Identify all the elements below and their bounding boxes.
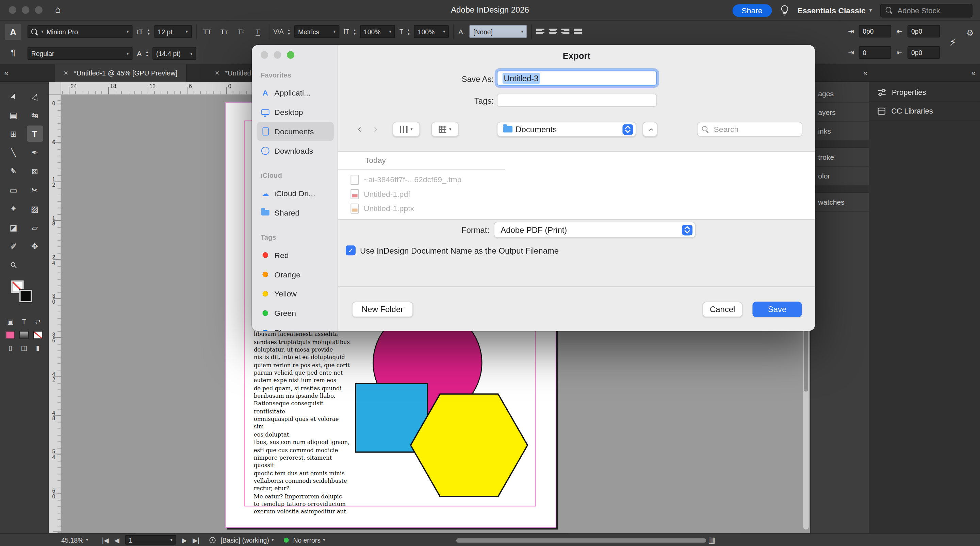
horizontal-scale-stepper[interactable]: ▴▾ [408,28,410,35]
formatting-affects-container-button[interactable]: ▣ [5,316,16,326]
line-tool[interactable]: ╲ [5,144,22,160]
gear-icon[interactable]: ⚙ [966,28,974,38]
collapse-left-dock-icon[interactable]: « [5,69,8,78]
align-center-button[interactable] [549,28,557,35]
pencil-tool[interactable]: ✎ [5,163,22,179]
preflight-profile-combo[interactable]: [Basic] (working) ▾ [221,536,274,544]
cancel-button[interactable]: Cancel [702,302,743,317]
ruler-origin-corner[interactable] [49,82,61,95]
gpu-performance-icon[interactable]: ⚡ [950,37,956,48]
font-size-stepper[interactable]: ▴▾ [148,28,150,35]
document-tab-active[interactable]: × *Untitled-1 @ 45% [GPU Preview] [55,64,187,82]
lightbulb-icon[interactable] [780,5,789,16]
sidebar-tag-red[interactable]: Red [257,246,334,265]
free-transform-tool[interactable]: ⌖ [5,201,22,217]
share-button[interactable]: Share [732,4,772,17]
sidebar-item-desktop[interactable]: Desktop [257,102,334,122]
format-dropdown[interactable]: Adobe PDF (Print) [494,222,695,238]
gradient-feather-tool[interactable]: ◪ [5,219,22,236]
apply-none-button[interactable] [32,330,43,340]
adobe-stock-search[interactable] [880,3,972,17]
selection-tool[interactable]: ➤ [5,88,22,105]
formatting-affects-text-button[interactable]: T [18,316,30,326]
leading-stepper[interactable]: ▴▾ [146,50,148,57]
properties-panel-tab[interactable]: Properties [869,83,980,102]
stroke-swatch[interactable] [19,290,32,302]
sidebar-tag-orange[interactable]: Orange [257,265,334,284]
character-style-combo[interactable]: [None] ▾ [469,25,527,38]
preflight-icon[interactable] [209,537,215,543]
file-row[interactable]: Untitled-1.pdf [338,187,410,201]
eyedropper-tool[interactable]: ✐ [5,238,22,254]
last-page-button[interactable]: ▶| [192,536,199,544]
dialog-window-controls[interactable] [261,51,334,59]
rectangle-frame-tool[interactable]: ⊠ [27,163,43,179]
stock-search-input[interactable] [896,5,967,15]
tags-input[interactable] [502,94,652,106]
back-button[interactable]: ‹ [352,122,367,136]
sidebar-tag-blue[interactable]: Blue [257,323,334,331]
type-tool[interactable]: T [27,125,43,142]
spread-view-icon[interactable]: ▥ [708,535,715,544]
preview-mode-button[interactable]: ◫ [18,343,30,352]
save-button[interactable]: Save [752,302,802,317]
vertical-scale-stepper[interactable]: ▴▾ [353,28,356,35]
file-row[interactable]: Untitled-1.pptx [338,201,414,215]
use-document-name-checkbox[interactable]: ✓ [346,246,356,256]
file-row[interactable]: ~ai-3846ff7f-...62dcf69_.tmp [338,172,462,187]
indent-field[interactable]: 0 [859,46,891,59]
sidebar-tag-yellow[interactable]: Yellow [257,284,334,303]
dialog-search-field[interactable] [697,122,802,136]
column-view-button[interactable]: ▾ [392,122,420,136]
sidebar-item-applications[interactable]: A Applicati... [257,83,334,102]
content-collector-tool[interactable]: ⊞ [5,125,22,142]
note-tool[interactable]: ▱ [27,219,43,236]
scissors-tool[interactable]: ✂ [27,181,43,198]
panel-tab-color[interactable]: olor [811,167,869,185]
forward-button[interactable]: › [368,122,383,136]
indent-field[interactable]: 0p0 [859,25,891,37]
character-formatting-icon[interactable]: A [5,24,21,40]
direct-selection-tool[interactable]: ▷ [27,88,43,105]
zoom-tool[interactable]: ⚲ [5,257,22,273]
leading-combo[interactable]: (14.4 pt) ▾ [153,47,196,60]
sidebar-item-documents[interactable]: Documents [257,122,334,141]
dialog-search-input[interactable] [713,124,798,134]
page-tool[interactable]: ▤ [5,107,22,123]
first-page-button[interactable]: |◀ [102,536,109,544]
normal-view-mode-button[interactable]: ▯ [5,343,16,352]
screen-mode-button[interactable]: ▮ [32,343,43,352]
sidebar-tag-green[interactable]: Green [257,303,334,323]
panel-tab-stroke[interactable]: troke [811,148,869,167]
page-number-combo[interactable]: 1 ▾ [125,535,176,544]
underline-button[interactable]: T [251,25,264,38]
cc-libraries-panel-tab[interactable]: CC Libraries [869,102,980,121]
vertical-ruler[interactable]: 0 6 1 2 1 8 2 4 3 0 3 6 4 2 4 8 5 4 6 0 [49,95,61,533]
justify-button[interactable] [574,28,582,35]
zoom-dialog-button[interactable] [287,51,294,59]
panel-tab-links[interactable]: inks [811,122,869,140]
panel-tab-pages[interactable]: ages [811,84,869,103]
close-tab-icon[interactable]: × [64,69,68,78]
location-dropdown[interactable]: Documents [497,122,636,136]
kerning-stepper[interactable]: ▴▾ [288,28,290,35]
align-right-button[interactable] [562,28,570,35]
all-caps-button[interactable]: TT [201,25,214,38]
file-browser[interactable]: Today ~ai-3846ff7f-...62dcf69_.tmp Untit… [338,151,815,220]
horizontal-scale-combo[interactable]: 100% ▾ [414,25,449,38]
rectangle-tool[interactable]: ▭ [5,181,22,198]
sidebar-item-downloads[interactable]: ↓ Downloads [257,141,334,160]
preflight-status-combo[interactable]: No errors ▾ [293,536,325,544]
font-style-combo[interactable]: Regular ▾ [27,47,133,60]
up-directory-button[interactable]: › [643,122,657,136]
zoom-level-combo[interactable]: 45.18% ▾ [61,536,88,544]
apply-color-button[interactable] [5,330,16,340]
collapse-panels-icon[interactable]: « [863,69,867,78]
apply-gradient-button[interactable] [18,330,30,340]
close-tab-icon[interactable]: × [215,69,220,78]
swap-fill-stroke-icon[interactable]: ⇄ [32,316,43,326]
panel-tab-layers[interactable]: ayers [811,103,869,122]
pen-tool[interactable]: ✒ [27,144,43,160]
save-as-input[interactable]: Untitled-3 [497,71,657,86]
font-family-combo[interactable]: ▾ Minion Pro ▾ [27,25,133,38]
